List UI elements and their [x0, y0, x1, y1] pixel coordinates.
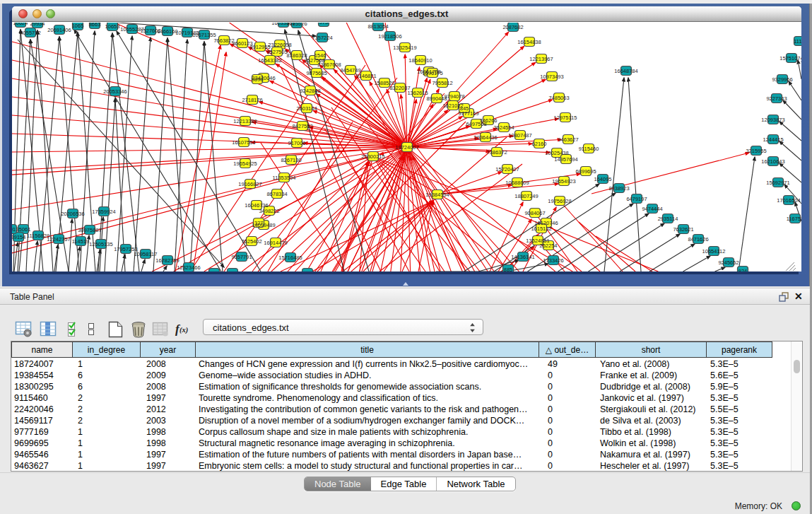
- svg-text:12505135: 12505135: [89, 241, 112, 247]
- svg-text:17016504: 17016504: [777, 197, 800, 204]
- svg-text:3498222: 3498222: [259, 208, 279, 214]
- svg-text:19218506: 19218506: [378, 33, 401, 40]
- svg-text:3624554: 3624554: [493, 124, 514, 131]
- svg-text:2087682: 2087682: [502, 24, 523, 30]
- svg-text:7357224: 7357224: [312, 35, 332, 41]
- svg-text:23226058: 23226058: [268, 42, 291, 48]
- svg-text:20053346: 20053346: [103, 88, 126, 95]
- svg-text:62160: 62160: [532, 141, 547, 147]
- svg-text:3215955: 3215955: [746, 148, 766, 154]
- svg-text:16543382: 16543382: [258, 57, 281, 64]
- svg-text:(x): (x): [180, 326, 188, 334]
- svg-text:10973493: 10973493: [540, 74, 563, 80]
- svg-text:7663822: 7663822: [213, 37, 234, 44]
- svg-text:12323466: 12323466: [177, 264, 200, 271]
- svg-text:9875685: 9875685: [306, 70, 326, 76]
- svg-text:1065: 1065: [72, 23, 84, 29]
- svg-text:917006: 917006: [288, 140, 305, 146]
- svg-text:13325419: 13325419: [393, 45, 416, 51]
- svg-text:16914479: 16914479: [264, 240, 287, 246]
- svg-text:15692971: 15692971: [766, 180, 789, 186]
- svg-text:12242757: 12242757: [47, 236, 70, 243]
- svg-text:9794078: 9794078: [444, 93, 464, 100]
- svg-text:20206536: 20206536: [61, 211, 84, 217]
- svg-text:7485063: 7485063: [548, 95, 569, 101]
- svg-text:10807487: 10807487: [508, 132, 531, 139]
- svg-text:1696175: 1696175: [422, 70, 442, 76]
- svg-text:327: 327: [254, 220, 264, 226]
- svg-text:2935114: 2935114: [658, 216, 678, 222]
- svg-text:14957694: 14957694: [554, 156, 577, 163]
- svg-text:9657791: 9657791: [231, 254, 252, 260]
- svg-text:19166827: 19166827: [238, 181, 261, 187]
- svg-text:116753: 116753: [787, 216, 801, 222]
- svg-text:7632621: 7632621: [673, 226, 693, 233]
- svg-text:29934: 29934: [30, 23, 45, 27]
- svg-text:12213389: 12213389: [233, 118, 257, 124]
- svg-text:6479197: 6479197: [626, 196, 647, 202]
- svg-text:9242848: 9242848: [300, 88, 320, 94]
- svg-text:8663: 8663: [89, 23, 101, 28]
- svg-text:924: 924: [739, 268, 748, 272]
- svg-text:1733426: 1733426: [543, 257, 563, 264]
- svg-text:1546: 1546: [314, 52, 326, 59]
- svg-text:30975887: 30975887: [78, 227, 101, 233]
- svg-text:1615132: 1615132: [531, 226, 551, 232]
- svg-text:9245652: 9245652: [718, 259, 739, 266]
- svg-text:17359924: 17359924: [92, 209, 115, 215]
- svg-text:885: 885: [504, 267, 513, 272]
- svg-text:994: 994: [303, 270, 312, 272]
- svg-text:7955812: 7955812: [432, 80, 452, 86]
- svg-text:11156829: 11156829: [27, 233, 49, 239]
- svg-text:16782759: 16782759: [155, 257, 179, 264]
- svg-text:12093873: 12093873: [761, 117, 784, 123]
- svg-text:1244415: 1244415: [763, 136, 783, 143]
- svg-text:16107554: 16107554: [232, 139, 255, 146]
- svg-text:16154838: 16154838: [517, 39, 541, 45]
- svg-text:9463627: 9463627: [558, 136, 578, 143]
- svg-text:10653: 10653: [105, 23, 120, 30]
- svg-text:20691406: 20691406: [47, 27, 71, 33]
- svg-text:23867608: 23867608: [317, 62, 341, 68]
- svg-text:8678334: 8678334: [266, 191, 287, 197]
- svg-text:7625402: 7625402: [241, 238, 261, 245]
- svg-text:845: 845: [460, 105, 469, 112]
- svg-text:2718176: 2718176: [242, 97, 262, 103]
- svg-text:14136141: 14136141: [511, 254, 534, 260]
- svg-text:973: 973: [319, 23, 329, 25]
- svg-text:1362615: 1362615: [407, 90, 428, 96]
- svg-text:252254: 252254: [539, 243, 557, 249]
- svg-text:746266: 746266: [479, 117, 497, 124]
- svg-text:15716485: 15716485: [278, 255, 302, 261]
- svg-text:9329966: 9329966: [772, 76, 792, 83]
- svg-text:7515526: 7515526: [286, 23, 307, 27]
- svg-text:8454749: 8454749: [340, 67, 360, 74]
- svg-text:8267130: 8267130: [281, 157, 301, 163]
- svg-text:8938923: 8938923: [608, 185, 629, 192]
- svg-text:19654923: 19654923: [552, 178, 575, 185]
- svg-text:18724007: 18724007: [395, 144, 418, 151]
- svg-text:9084067: 9084067: [524, 210, 545, 216]
- svg-text:8471626: 8471626: [688, 236, 708, 243]
- svg-text:19756928: 19756928: [548, 198, 571, 204]
- svg-text:25300215: 25300215: [361, 153, 384, 160]
- svg-text:16210643: 16210643: [761, 158, 784, 165]
- svg-text:16648784: 16648784: [614, 68, 637, 74]
- svg-text:10688609: 10688609: [505, 180, 529, 186]
- svg-text:164095: 164095: [594, 176, 611, 182]
- svg-text:10671355: 10671355: [192, 32, 216, 38]
- svg-text:9115460: 9115460: [579, 146, 599, 152]
- svg-text:2603144: 2603144: [296, 105, 317, 112]
- svg-text:891: 891: [12, 226, 16, 233]
- svg-text:35061: 35061: [16, 226, 31, 233]
- svg-text:20364436: 20364436: [473, 134, 497, 141]
- svg-text:12213967: 12213967: [529, 56, 553, 62]
- svg-text:19654925: 19654925: [233, 160, 257, 167]
- svg-text:10654112: 10654112: [702, 248, 726, 255]
- svg-text:9527505: 9527505: [266, 49, 287, 55]
- svg-text:9890: 9890: [252, 76, 264, 83]
- svg-text:10025438: 10025438: [545, 150, 568, 156]
- svg-text:122: 122: [210, 270, 219, 272]
- svg-text:12975115: 12975115: [554, 115, 577, 121]
- svg-text:11353594: 11353594: [273, 175, 296, 181]
